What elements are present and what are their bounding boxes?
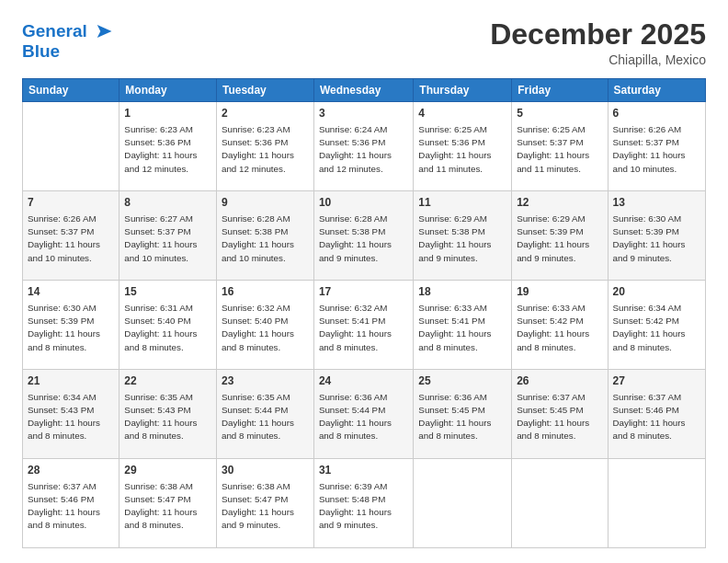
calendar-week-3: 14Sunrise: 6:30 AM Sunset: 5:39 PM Dayli… — [23, 281, 706, 370]
day-number: 23 — [222, 373, 309, 389]
day-number: 1 — [124, 106, 211, 121]
month-title: December 2025 — [490, 18, 706, 51]
day-number: 3 — [319, 106, 408, 121]
day-number: 18 — [418, 284, 506, 300]
calendar-cell: 2Sunrise: 6:23 AM Sunset: 5:36 PM Daylig… — [216, 102, 313, 191]
cell-info: Sunrise: 6:26 AM Sunset: 5:37 PM Dayligh… — [28, 213, 114, 265]
day-number: 27 — [613, 373, 700, 389]
calendar-cell: 11Sunrise: 6:29 AM Sunset: 5:38 PM Dayli… — [414, 191, 512, 281]
subtitle: Chiapilla, Mexico — [490, 52, 706, 67]
cell-info: Sunrise: 6:29 AM Sunset: 5:38 PM Dayligh… — [418, 213, 506, 265]
cell-info: Sunrise: 6:34 AM Sunset: 5:43 PM Dayligh… — [28, 391, 114, 443]
cell-info: Sunrise: 6:33 AM Sunset: 5:42 PM Dayligh… — [517, 302, 602, 354]
calendar-cell: 5Sunrise: 6:25 AM Sunset: 5:37 PM Daylig… — [512, 102, 608, 191]
day-number: 9 — [222, 195, 309, 211]
svg-marker-0 — [97, 25, 112, 38]
calendar-cell: 24Sunrise: 6:36 AM Sunset: 5:44 PM Dayli… — [313, 370, 413, 459]
header-wednesday: Wednesday — [313, 79, 413, 102]
header-sunday: Sunday — [23, 79, 119, 102]
cell-info: Sunrise: 6:28 AM Sunset: 5:38 PM Dayligh… — [319, 213, 408, 265]
day-number: 12 — [517, 195, 602, 211]
cell-info: Sunrise: 6:28 AM Sunset: 5:38 PM Dayligh… — [222, 213, 309, 265]
calendar-cell: 23Sunrise: 6:35 AM Sunset: 5:44 PM Dayli… — [216, 370, 313, 459]
logo-icon — [89, 18, 115, 44]
calendar-cell: 25Sunrise: 6:36 AM Sunset: 5:45 PM Dayli… — [414, 370, 512, 459]
calendar-week-2: 7Sunrise: 6:26 AM Sunset: 5:37 PM Daylig… — [23, 191, 706, 281]
calendar-cell: 22Sunrise: 6:35 AM Sunset: 5:43 PM Dayli… — [119, 370, 217, 459]
calendar-week-1: 1Sunrise: 6:23 AM Sunset: 5:36 PM Daylig… — [23, 102, 706, 191]
header-row: Sunday Monday Tuesday Wednesday Thursday… — [23, 79, 706, 102]
calendar-cell: 12Sunrise: 6:29 AM Sunset: 5:39 PM Dayli… — [512, 191, 608, 281]
calendar-cell — [23, 102, 119, 191]
day-number: 6 — [613, 106, 700, 121]
header-saturday: Saturday — [608, 79, 705, 102]
calendar-cell: 29Sunrise: 6:38 AM Sunset: 5:47 PM Dayli… — [119, 459, 217, 548]
calendar-cell: 16Sunrise: 6:32 AM Sunset: 5:40 PM Dayli… — [216, 281, 313, 370]
day-number: 30 — [222, 463, 309, 478]
calendar-cell — [414, 459, 512, 548]
calendar-cell: 19Sunrise: 6:33 AM Sunset: 5:42 PM Dayli… — [512, 281, 608, 370]
calendar-cell: 21Sunrise: 6:34 AM Sunset: 5:43 PM Dayli… — [23, 370, 119, 459]
page: General Blue December 2025 Chiapilla, Me… — [0, 0, 728, 563]
calendar-cell: 14Sunrise: 6:30 AM Sunset: 5:39 PM Dayli… — [23, 281, 119, 370]
header-thursday: Thursday — [414, 79, 512, 102]
day-number: 22 — [124, 373, 211, 389]
cell-info: Sunrise: 6:38 AM Sunset: 5:47 PM Dayligh… — [222, 480, 309, 533]
cell-info: Sunrise: 6:25 AM Sunset: 5:37 PM Dayligh… — [517, 123, 602, 176]
calendar-cell: 3Sunrise: 6:24 AM Sunset: 5:36 PM Daylig… — [313, 102, 413, 191]
calendar-cell: 9Sunrise: 6:28 AM Sunset: 5:38 PM Daylig… — [216, 191, 313, 281]
header: General Blue December 2025 Chiapilla, Me… — [22, 18, 706, 67]
calendar-cell: 31Sunrise: 6:39 AM Sunset: 5:48 PM Dayli… — [313, 459, 413, 548]
day-number: 8 — [124, 195, 211, 211]
day-number: 25 — [418, 373, 506, 389]
calendar-cell: 17Sunrise: 6:32 AM Sunset: 5:41 PM Dayli… — [313, 281, 413, 370]
calendar-cell: 13Sunrise: 6:30 AM Sunset: 5:39 PM Dayli… — [608, 191, 705, 281]
day-number: 21 — [28, 373, 114, 389]
day-number: 4 — [418, 106, 506, 121]
calendar-cell: 27Sunrise: 6:37 AM Sunset: 5:46 PM Dayli… — [608, 370, 705, 459]
cell-info: Sunrise: 6:32 AM Sunset: 5:41 PM Dayligh… — [319, 302, 408, 354]
calendar-cell: 15Sunrise: 6:31 AM Sunset: 5:40 PM Dayli… — [119, 281, 217, 370]
cell-info: Sunrise: 6:25 AM Sunset: 5:36 PM Dayligh… — [418, 123, 506, 176]
day-number: 17 — [319, 284, 408, 300]
cell-info: Sunrise: 6:26 AM Sunset: 5:37 PM Dayligh… — [613, 123, 700, 176]
day-number: 31 — [319, 463, 408, 478]
day-number: 28 — [28, 463, 114, 478]
cell-info: Sunrise: 6:35 AM Sunset: 5:43 PM Dayligh… — [124, 391, 211, 443]
day-number: 16 — [222, 284, 309, 300]
cell-info: Sunrise: 6:33 AM Sunset: 5:41 PM Dayligh… — [418, 302, 506, 354]
cell-info: Sunrise: 6:23 AM Sunset: 5:36 PM Dayligh… — [222, 123, 309, 176]
calendar-cell: 18Sunrise: 6:33 AM Sunset: 5:41 PM Dayli… — [414, 281, 512, 370]
header-tuesday: Tuesday — [216, 79, 313, 102]
calendar-cell: 6Sunrise: 6:26 AM Sunset: 5:37 PM Daylig… — [608, 102, 705, 191]
calendar-cell: 20Sunrise: 6:34 AM Sunset: 5:42 PM Dayli… — [608, 281, 705, 370]
logo-blue: Blue — [22, 42, 115, 62]
cell-info: Sunrise: 6:30 AM Sunset: 5:39 PM Dayligh… — [28, 302, 114, 354]
day-number: 19 — [517, 284, 602, 300]
day-number: 26 — [517, 373, 602, 389]
calendar-cell: 26Sunrise: 6:37 AM Sunset: 5:45 PM Dayli… — [512, 370, 608, 459]
cell-info: Sunrise: 6:36 AM Sunset: 5:45 PM Dayligh… — [418, 391, 506, 443]
day-number: 5 — [517, 106, 602, 121]
day-number: 13 — [613, 195, 700, 211]
header-monday: Monday — [119, 79, 217, 102]
cell-info: Sunrise: 6:38 AM Sunset: 5:47 PM Dayligh… — [124, 480, 211, 533]
calendar-cell: 1Sunrise: 6:23 AM Sunset: 5:36 PM Daylig… — [119, 102, 217, 191]
calendar-cell — [512, 459, 608, 548]
calendar-cell: 28Sunrise: 6:37 AM Sunset: 5:46 PM Dayli… — [23, 459, 119, 548]
cell-info: Sunrise: 6:35 AM Sunset: 5:44 PM Dayligh… — [222, 391, 309, 443]
calendar-cell — [608, 459, 705, 548]
calendar-cell: 8Sunrise: 6:27 AM Sunset: 5:37 PM Daylig… — [119, 191, 217, 281]
cell-info: Sunrise: 6:27 AM Sunset: 5:37 PM Dayligh… — [124, 213, 211, 265]
cell-info: Sunrise: 6:32 AM Sunset: 5:40 PM Dayligh… — [222, 302, 309, 354]
cell-info: Sunrise: 6:24 AM Sunset: 5:36 PM Dayligh… — [319, 123, 408, 176]
cell-info: Sunrise: 6:36 AM Sunset: 5:44 PM Dayligh… — [319, 391, 408, 443]
calendar-table: Sunday Monday Tuesday Wednesday Thursday… — [22, 78, 706, 548]
title-block: December 2025 Chiapilla, Mexico — [490, 18, 706, 67]
day-number: 15 — [124, 284, 211, 300]
calendar-week-5: 28Sunrise: 6:37 AM Sunset: 5:46 PM Dayli… — [23, 459, 706, 548]
cell-info: Sunrise: 6:23 AM Sunset: 5:36 PM Dayligh… — [124, 123, 211, 176]
calendar-cell: 7Sunrise: 6:26 AM Sunset: 5:37 PM Daylig… — [23, 191, 119, 281]
day-number: 11 — [418, 195, 506, 211]
day-number: 7 — [28, 195, 114, 211]
